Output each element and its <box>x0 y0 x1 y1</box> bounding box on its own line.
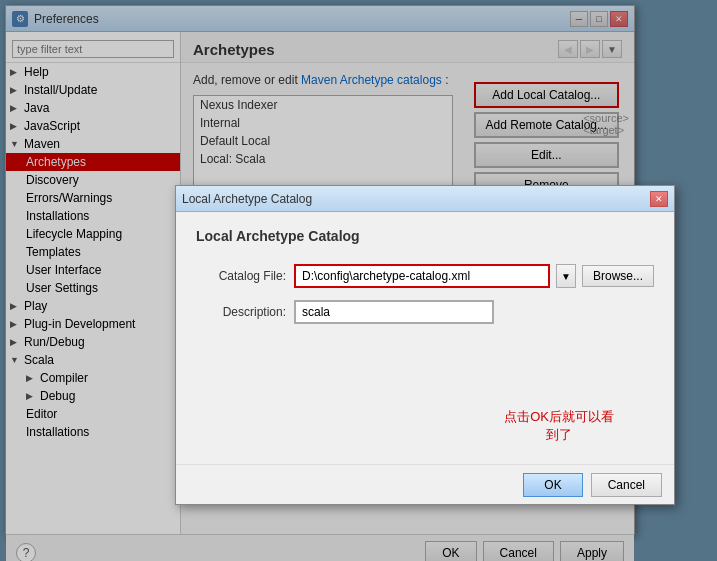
modal-ok-button[interactable]: OK <box>523 473 582 497</box>
modal-heading: Local Archetype Catalog <box>196 228 654 244</box>
catalog-file-input[interactable] <box>294 264 550 288</box>
modal-footer: OK Cancel <box>176 464 674 504</box>
modal-body: Local Archetype Catalog Catalog File: ▼ … <box>176 212 674 352</box>
description-label: Description: <box>196 305 286 319</box>
browse-button[interactable]: Browse... <box>582 265 654 287</box>
modal-close-button[interactable]: ✕ <box>650 191 668 207</box>
modal-cancel-button[interactable]: Cancel <box>591 473 662 497</box>
catalog-file-row: Catalog File: ▼ Browse... <box>196 264 654 288</box>
local-catalog-dialog: Local Archetype Catalog ✕ Local Archetyp… <box>175 185 675 505</box>
modal-note: 点击OK后就可以看 到了 <box>504 408 614 444</box>
modal-title-text: Local Archetype Catalog <box>182 192 312 206</box>
description-input[interactable] <box>294 300 494 324</box>
note-line2: 到了 <box>504 426 614 444</box>
catalog-file-label: Catalog File: <box>196 269 286 283</box>
catalog-file-dropdown-button[interactable]: ▼ <box>556 264 576 288</box>
description-row: Description: <box>196 300 654 324</box>
modal-title-bar: Local Archetype Catalog ✕ <box>176 186 674 212</box>
modal-overlay: Local Archetype Catalog ✕ Local Archetyp… <box>0 0 717 561</box>
note-line1: 点击OK后就可以看 <box>504 408 614 426</box>
